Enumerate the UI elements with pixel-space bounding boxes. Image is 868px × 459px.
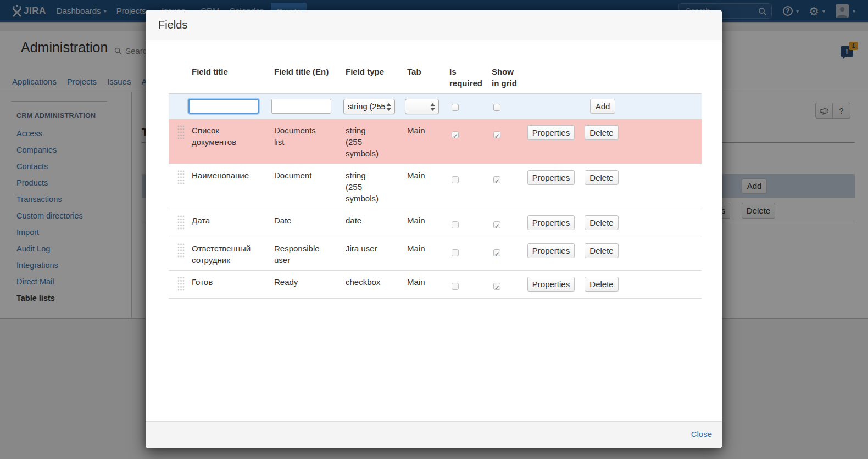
field-title-en: Document bbox=[274, 170, 321, 181]
add-field-button[interactable]: Add bbox=[590, 99, 615, 114]
properties-button[interactable]: Properties bbox=[527, 125, 575, 140]
field-type: checkbox bbox=[346, 276, 383, 288]
show-in-grid-checkbox[interactable] bbox=[493, 249, 500, 256]
show-in-grid-checkbox[interactable] bbox=[493, 176, 500, 183]
field-title-en-input[interactable] bbox=[271, 99, 331, 114]
properties-button[interactable]: Properties bbox=[527, 277, 575, 292]
show-in-grid-checkbox[interactable] bbox=[493, 131, 500, 138]
field-row-5: Готов Ready checkbox Main Properties Del… bbox=[169, 271, 702, 299]
field-type-select[interactable]: string (255 symbols) bbox=[343, 99, 395, 114]
field-row-4: Ответственный сотрудник Responsible user… bbox=[169, 237, 702, 271]
is-required-checkbox[interactable] bbox=[452, 176, 459, 183]
close-button[interactable]: Close bbox=[691, 429, 712, 439]
field-title-en: Ready bbox=[274, 276, 321, 288]
properties-button[interactable]: Properties bbox=[527, 215, 575, 230]
field-tab: Main bbox=[403, 271, 445, 299]
column-tab: Tab bbox=[403, 66, 445, 94]
field-type: string (255 symbols) bbox=[346, 125, 383, 159]
properties-button[interactable]: Properties bbox=[527, 243, 575, 258]
column-drag bbox=[169, 66, 187, 94]
is-required-checkbox[interactable] bbox=[452, 131, 459, 138]
field-title-en: Responsible user bbox=[274, 243, 321, 266]
column-show-in-grid: Show in grid bbox=[487, 66, 523, 94]
field-title: Список документов bbox=[192, 125, 259, 148]
field-type: Jira user bbox=[346, 243, 383, 254]
drag-handle-icon[interactable] bbox=[177, 170, 185, 184]
dialog-body: Field title Field title (En) Field type … bbox=[146, 41, 722, 421]
add-field-row: string (255 symbols) bbox=[169, 94, 702, 119]
delete-button[interactable]: Delete bbox=[585, 215, 619, 230]
column-actions bbox=[523, 66, 580, 94]
delete-button[interactable]: Delete bbox=[585, 243, 619, 258]
dialog-footer: Close bbox=[146, 421, 722, 448]
column-field-title-en: Field title (En) bbox=[270, 66, 341, 94]
field-row-3: Дата Date date Main Properties Delete bbox=[169, 209, 702, 237]
field-title: Ответственный сотрудник bbox=[192, 243, 259, 266]
field-row-2: Наименование Document string (255 symbol… bbox=[169, 164, 702, 209]
show-in-grid-checkbox[interactable] bbox=[493, 104, 500, 111]
drag-handle-icon[interactable] bbox=[177, 125, 185, 139]
properties-button[interactable]: Properties bbox=[527, 170, 575, 185]
show-in-grid-checkbox[interactable] bbox=[493, 221, 500, 228]
tab-select[interactable] bbox=[405, 99, 439, 114]
is-required-checkbox[interactable] bbox=[452, 104, 459, 111]
field-row-1: Список документов Documents list string … bbox=[169, 119, 702, 164]
column-actions2 bbox=[580, 66, 702, 94]
show-in-grid-checkbox[interactable] bbox=[493, 283, 500, 290]
is-required-checkbox[interactable] bbox=[452, 221, 459, 228]
is-required-checkbox[interactable] bbox=[452, 283, 459, 290]
column-field-title: Field title bbox=[187, 66, 270, 94]
delete-button[interactable]: Delete bbox=[585, 125, 619, 140]
drag-handle-icon[interactable] bbox=[177, 243, 185, 258]
dialog-title: Fields bbox=[158, 19, 187, 31]
jira-admin-page: JIRA Dashboards▾ Projects▾ Issues▾ CRM C… bbox=[0, 0, 868, 459]
fields-dialog: Fields Field title Field title (En) Fiel… bbox=[146, 10, 722, 448]
column-is-required: Is required bbox=[445, 66, 487, 94]
drag-handle-icon[interactable] bbox=[177, 215, 185, 229]
field-type: string (255 symbols) bbox=[346, 170, 383, 204]
field-title: Наименование bbox=[192, 170, 259, 181]
field-tab: Main bbox=[403, 164, 445, 209]
dialog-header: Fields bbox=[146, 10, 722, 40]
delete-button[interactable]: Delete bbox=[585, 170, 619, 185]
drag-handle-icon[interactable] bbox=[177, 277, 185, 291]
fields-table: Field title Field title (En) Field type … bbox=[169, 66, 702, 299]
field-title-en: Date bbox=[274, 215, 321, 226]
field-title-en: Documents list bbox=[274, 125, 321, 148]
column-field-type: Field type bbox=[341, 66, 403, 94]
delete-button[interactable]: Delete bbox=[585, 277, 619, 292]
field-tab: Main bbox=[403, 119, 445, 164]
field-type: date bbox=[346, 215, 383, 226]
field-title-input[interactable] bbox=[188, 99, 259, 114]
field-tab: Main bbox=[403, 237, 445, 271]
select-arrows-icon bbox=[430, 103, 435, 111]
select-arrows-icon bbox=[386, 103, 391, 111]
table-header-row: Field title Field title (En) Field type … bbox=[169, 66, 702, 94]
field-title: Дата bbox=[192, 215, 259, 226]
is-required-checkbox[interactable] bbox=[452, 249, 459, 256]
field-title: Готов bbox=[192, 276, 259, 288]
field-tab: Main bbox=[403, 209, 445, 237]
